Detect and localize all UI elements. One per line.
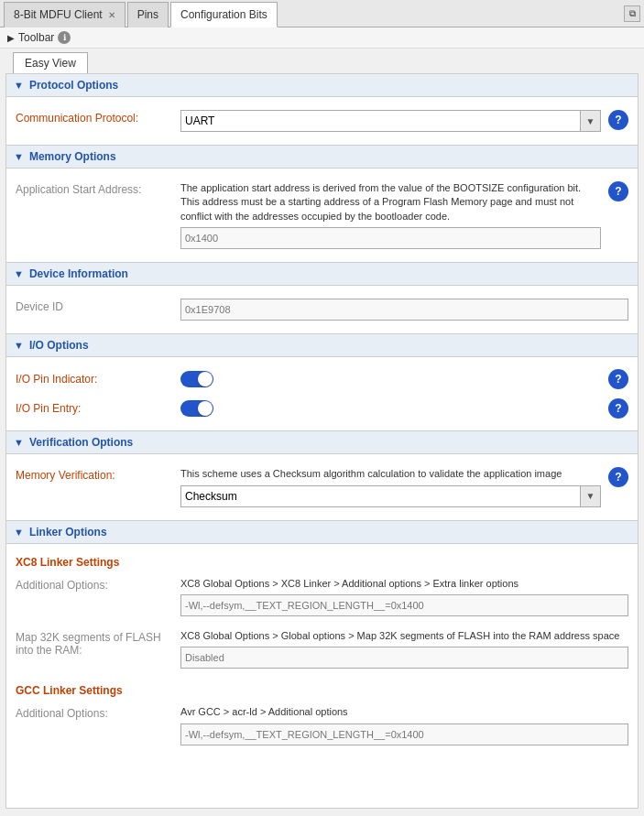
memory-verification-control: This scheme uses a Checksum algorithm ca… [180, 467, 601, 506]
protocol-section-body: Communication Protocol: UART SPI I2C ▼ ? [6, 97, 638, 145]
memory-section-body: Application Start Address: The applicati… [6, 169, 638, 262]
app-start-control: The application start address is derived… [180, 181, 601, 249]
linker-section-body: XC8 Linker Settings Additional Options: … [6, 544, 638, 756]
tab-8bit-mdfu[interactable]: 8-Bit MDFU Client ✕ [4, 2, 126, 27]
io-pin-entry-toggle[interactable] [180, 400, 213, 417]
verification-section-title: Verification Options [29, 436, 133, 449]
protocol-section-title: Protocol Options [29, 79, 118, 92]
linker-collapse-icon[interactable]: ▼ [14, 527, 24, 538]
io-section-body: I/O Pin Indicator: ? I/O Pin Entry: ? [6, 357, 638, 430]
toolbar-info-icon[interactable]: ℹ [58, 31, 71, 44]
memory-collapse-icon[interactable]: ▼ [14, 151, 24, 162]
map32k-input[interactable] [180, 647, 628, 669]
tab-close-icon[interactable]: ✕ [108, 10, 115, 20]
io-collapse-icon[interactable]: ▼ [14, 340, 24, 351]
memory-verification-row: Memory Verification: This scheme uses a … [6, 462, 638, 512]
map32k-control: XC8 Global Options > Global options > Ma… [180, 629, 628, 669]
xc8-linker-heading: XC8 Linker Settings [6, 551, 638, 573]
memory-verification-label: Memory Verification: [16, 467, 180, 482]
verification-collapse-icon[interactable]: ▼ [14, 437, 24, 448]
app-start-row: Application Start Address: The applicati… [6, 176, 638, 255]
io-section-title: I/O Options [29, 339, 89, 352]
communication-protocol-select-wrapper: UART SPI I2C ▼ [180, 110, 601, 132]
toolbar-label: Toolbar [18, 31, 54, 44]
app-start-desc: The application start address is derived… [180, 181, 601, 223]
gcc-linker-heading: GCC Linker Settings [6, 680, 638, 702]
device-collapse-icon[interactable]: ▼ [14, 268, 24, 279]
device-section-header: ▼ Device Information [6, 263, 638, 286]
app-start-input[interactable] [180, 227, 601, 249]
map32k-row: Map 32K segments of FLASH into the RAM: … [6, 626, 638, 672]
verification-section-body: Memory Verification: This scheme uses a … [6, 454, 638, 519]
tab-pins[interactable]: Pins [127, 2, 169, 27]
verification-section-header: ▼ Verification Options [6, 431, 638, 454]
communication-protocol-label: Communication Protocol: [16, 110, 180, 125]
memory-section-title: Memory Options [29, 150, 116, 163]
io-pin-indicator-help-button[interactable]: ? [608, 369, 628, 389]
device-id-row: Device ID [6, 293, 638, 326]
tab-config-bits-label: Configuration Bits [180, 8, 267, 21]
toolbar-row: ▶ Toolbar ℹ [0, 27, 644, 49]
device-id-label: Device ID [16, 299, 180, 313]
protocol-section-header: ▼ Protocol Options [6, 74, 638, 97]
main-content: ▼ Protocol Options Communication Protoco… [5, 73, 639, 809]
communication-protocol-select[interactable]: UART SPI I2C [180, 110, 581, 132]
io-pin-indicator-toggle[interactable] [180, 371, 213, 387]
io-pin-entry-knob [198, 401, 213, 416]
io-pin-entry-label: I/O Pin Entry: [16, 402, 180, 415]
xc8-additional-options-label: Additional Options: [16, 577, 180, 592]
map32k-desc: XC8 Global Options > Global options > Ma… [180, 629, 628, 643]
device-id-control [180, 299, 628, 321]
io-pin-indicator-control [180, 371, 601, 387]
memory-verification-dropdown-arrow[interactable]: ▼ [581, 485, 601, 507]
memory-verification-desc: This scheme uses a Checksum algorithm ca… [180, 467, 601, 481]
communication-protocol-help-button[interactable]: ? [608, 110, 628, 130]
gcc-additional-options-row: Additional Options: Avr GCC > acr-ld > A… [6, 702, 638, 748]
gcc-additional-options-input[interactable] [180, 724, 628, 745]
xc8-additional-options-row: Additional Options: XC8 Global Options >… [6, 573, 638, 620]
map32k-label: Map 32K segments of FLASH into the RAM: [16, 629, 180, 657]
io-pin-indicator-label: I/O Pin Indicator: [16, 373, 180, 386]
io-pin-indicator-knob [198, 372, 213, 386]
io-pin-indicator-row: I/O Pin Indicator: ? [6, 364, 638, 394]
communication-protocol-row: Communication Protocol: UART SPI I2C ▼ ? [6, 104, 638, 137]
window-restore-button[interactable]: ⧉ [624, 5, 640, 22]
toolbar-arrow-icon: ▶ [7, 33, 15, 43]
io-pin-entry-control [180, 400, 601, 417]
memory-section-header: ▼ Memory Options [6, 146, 638, 169]
tab-bar: 8-Bit MDFU Client ✕ Pins Configuration B… [0, 0, 644, 27]
device-section-body: Device ID [6, 286, 638, 333]
io-section-header: ▼ I/O Options [6, 334, 638, 357]
memory-verification-select-wrapper: Checksum CRC16 None ▼ [180, 485, 601, 507]
xc8-additional-options-desc: XC8 Global Options > XC8 Linker > Additi… [180, 577, 628, 591]
communication-protocol-dropdown-arrow[interactable]: ▼ [581, 110, 601, 132]
easy-view-tab[interactable]: Easy View [13, 52, 88, 73]
xc8-additional-options-input[interactable] [180, 594, 628, 616]
tab-pins-label: Pins [137, 8, 158, 21]
tab-8bit-mdfu-label: 8-Bit MDFU Client [14, 8, 103, 21]
app-start-help-button[interactable]: ? [608, 181, 628, 201]
communication-protocol-control: UART SPI I2C ▼ [180, 110, 601, 132]
app-start-label: Application Start Address: [16, 181, 180, 196]
tab-configuration-bits[interactable]: Configuration Bits [170, 2, 278, 27]
io-pin-entry-row: I/O Pin Entry: ? [6, 394, 638, 423]
memory-verification-help-button[interactable]: ? [608, 467, 628, 487]
io-pin-entry-help-button[interactable]: ? [608, 398, 628, 419]
linker-section-header: ▼ Linker Options [6, 521, 638, 544]
xc8-additional-options-control: XC8 Global Options > XC8 Linker > Additi… [180, 577, 628, 616]
gcc-additional-options-control: Avr GCC > acr-ld > Additional options [180, 705, 628, 745]
device-id-input[interactable] [180, 299, 628, 321]
gcc-additional-options-label: Additional Options: [16, 705, 180, 720]
linker-section-title: Linker Options [29, 526, 107, 539]
memory-verification-select[interactable]: Checksum CRC16 None [180, 485, 581, 507]
device-section-title: Device Information [29, 267, 128, 280]
gcc-additional-options-desc: Avr GCC > acr-ld > Additional options [180, 705, 628, 719]
protocol-collapse-icon[interactable]: ▼ [14, 80, 24, 91]
